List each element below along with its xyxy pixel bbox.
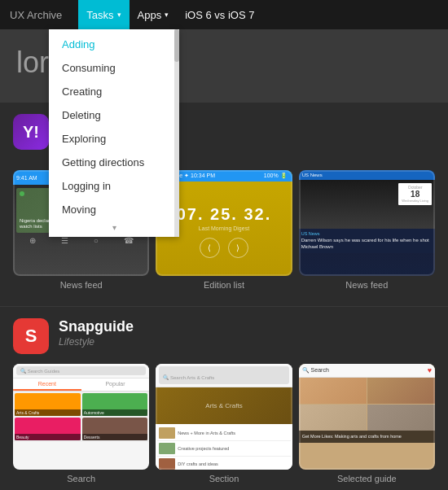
yahoo-newsfeed2-content: US News October 18 Wednesday Living — [299, 170, 435, 276]
snap-tab-popular: Popular — [81, 378, 150, 391]
nav-icon-1: ⊕ — [29, 236, 36, 245]
dropdown-item-getting-directions[interactable]: Getting directions — [49, 151, 179, 174]
snap-topbar: 🔍 Search Guides — [13, 364, 149, 378]
screenshot-frame-snap-guide: 🔍 Search ♥ Get More Likes: Making arts a… — [299, 364, 435, 470]
screenshot-label-yahoo-3: News feed — [345, 280, 388, 290]
snap-grid-item-3: Beauty — [15, 418, 81, 440]
status-dot — [20, 191, 24, 196]
nav-ios-label: iOS 6 vs iOS 7 — [185, 9, 254, 21]
nav-item-tasks[interactable]: Tasks ▾ — [78, 0, 129, 29]
nav-icons-row: ⊕ ☰ ○ ☎ — [16, 236, 146, 245]
screenshot-item-snap-1: 🔍 Search Guides Recent Popular Arts & Cr… — [13, 364, 149, 483]
list-text-1: News + More in Arts & Crafts — [178, 431, 235, 436]
chevron-down-icon: ▾ — [165, 11, 169, 19]
dropdown-item-adding[interactable]: Adding — [49, 33, 179, 56]
screenshot-label-snap-2: Section — [209, 474, 239, 483]
snap-section-search: 🔍 Search Arts & Crafts — [159, 366, 288, 384]
list-thumb-2 — [159, 443, 175, 454]
tasks-dropdown: Adding Consuming Creating Deleting Explo… — [49, 29, 179, 237]
dark-news-image: October 18 Wednesday Living — [299, 180, 435, 229]
top-navigation: UX Archive Tasks ▾ Apps ▾ iOS 6 vs iOS 7 — [0, 0, 448, 29]
scrollbar-thumb — [174, 29, 179, 62]
guide-img-2 — [367, 378, 435, 404]
scroll-indicator: ▾ — [49, 221, 179, 234]
arts-crafts-label: Arts & Crafts — [205, 402, 242, 409]
screenshot-label-snap-3: Selected guide — [337, 474, 397, 483]
snap-list-item-2: Creative projects featured — [157, 441, 290, 457]
nav-apps-label: Apps — [138, 9, 162, 21]
dropdown-item-exploring[interactable]: Exploring — [49, 127, 179, 151]
snap-tabs-row: Recent Popular — [13, 378, 149, 392]
list-text-3: DIY crafts and ideas — [178, 462, 217, 467]
guide-img-3 — [299, 405, 367, 431]
list-thumb-3 — [159, 458, 175, 470]
screenshot-frame-snap-search: 🔍 Search Guides Recent Popular Arts & Cr… — [13, 364, 149, 470]
date-badge: October 18 Wednesday Living — [398, 183, 432, 205]
snap-grid-item-4: Desserts — [82, 418, 148, 440]
dark-news-body: US News Darren Wilson says he was scared… — [299, 229, 435, 253]
source-label: US News — [301, 231, 433, 236]
screenshot-label-yahoo-2: Edition list — [204, 280, 244, 290]
guide-caption: Get More Likes: Making arts and crafts f… — [299, 431, 435, 443]
grid-label-4: Desserts — [82, 434, 148, 440]
guide-search-text: 🔍 Search — [302, 367, 329, 374]
grid-label-3: Beauty — [15, 434, 81, 440]
app-section-snapguide: S Snapguide Lifestyle 🔍 Search Guides — [0, 307, 448, 490]
section-featured-img: Arts & Crafts — [156, 387, 292, 424]
snap-grid: Arts & Crafts Automotive Beauty Desserts — [13, 392, 149, 442]
dark-news-topbar: US News — [299, 170, 435, 180]
screenshot-item-yahoo-3: US News October 18 Wednesday Living — [299, 170, 435, 290]
dropdown-item-logging-in[interactable]: Logging in — [49, 174, 179, 198]
screenshot-frame-yahoo-newsfeed2: US News October 18 Wednesday Living — [299, 170, 435, 276]
dropdown-scrollbar[interactable] — [174, 29, 179, 237]
edition-sublabel: Last Morning Digest — [177, 225, 272, 231]
guide-img-4 — [367, 405, 435, 431]
app-header-snapguide: S Snapguide Lifestyle — [13, 318, 435, 354]
site-logo: UX Archive — [10, 9, 62, 21]
screenshot-label-yahoo-1: News feed — [60, 280, 103, 290]
nav-tasks-label: Tasks — [86, 9, 113, 21]
dropdown-item-deleting[interactable]: Deleting — [49, 103, 179, 127]
app-info-snapguide: Snapguide Lifestyle — [59, 318, 134, 348]
snap-section-content: 🔍 Search Arts & Crafts Arts & Crafts New… — [156, 364, 292, 470]
edition-time-display: 07. 25. 32. Last Morning Digest — [177, 205, 272, 231]
snap-list-item-3: DIY crafts and ideas — [157, 457, 290, 470]
snap-search-bar: 🔍 Search Guides — [16, 366, 146, 375]
edition-controls: ⟨ ⟩ — [200, 238, 248, 258]
dropdown-item-moving[interactable]: Moving — [49, 198, 179, 221]
dark-headline-text: Darren Wilson says he was scared for his… — [301, 238, 433, 251]
app-name-snapguide: Snapguide — [59, 318, 134, 336]
snap-guide-content: 🔍 Search ♥ Get More Likes: Making arts a… — [299, 364, 435, 470]
snapguide-screenshots-row: 🔍 Search Guides Recent Popular Arts & Cr… — [13, 364, 435, 483]
edition-btn-1: ⟨ — [200, 238, 220, 258]
snapguide-icon-letter: S — [25, 326, 37, 347]
screenshot-item-snap-2: 🔍 Search Arts & Crafts Arts & Crafts New… — [156, 364, 292, 483]
guide-caption-text: Get More Likes: Making arts and crafts f… — [302, 434, 432, 440]
app-icon-snapguide: S — [13, 318, 49, 354]
nav-item-ios-compare[interactable]: iOS 6 vs iOS 7 — [177, 0, 262, 29]
nav-item-apps[interactable]: Apps ▾ — [130, 0, 178, 29]
edition-btn-2: ⟩ — [228, 238, 248, 258]
snap-list-item-1: News + More in Arts & Crafts — [157, 426, 290, 441]
guide-images-grid — [299, 378, 435, 431]
grid-label-1: Arts & Crafts — [15, 409, 81, 416]
snap-section-topbar: 🔍 Search Arts & Crafts — [156, 364, 292, 387]
screenshot-label-snap-1: Search — [67, 474, 95, 483]
snap-guide-topbar: 🔍 Search ♥ — [299, 364, 435, 378]
app-category-snapguide: Lifestyle — [59, 336, 134, 348]
time-display: 07. 25. 32. — [177, 205, 272, 224]
snap-grid-item-2: Automotive — [82, 393, 148, 416]
screenshot-item-snap-3: 🔍 Search ♥ Get More Likes: Making arts a… — [299, 364, 435, 483]
dropdown-item-creating[interactable]: Creating — [49, 80, 179, 103]
nav-icon-2: ☰ — [61, 236, 68, 245]
snap-tab-recent: Recent — [13, 378, 81, 391]
list-thumb-1 — [159, 427, 175, 439]
snap-search-content: 🔍 Search Guides Recent Popular Arts & Cr… — [13, 364, 149, 470]
app-icon-yahoo: Y! — [13, 114, 49, 150]
nav-icon-3: ○ — [94, 236, 99, 245]
dropdown-item-consuming[interactable]: Consuming — [49, 56, 179, 80]
screenshot-frame-snap-section: 🔍 Search Arts & Crafts Arts & Crafts New… — [156, 364, 292, 470]
nav-icon-4: ☎ — [124, 236, 134, 245]
snap-section-list: News + More in Arts & Crafts Creative pr… — [156, 424, 292, 470]
grid-label-2: Automotive — [82, 409, 148, 416]
